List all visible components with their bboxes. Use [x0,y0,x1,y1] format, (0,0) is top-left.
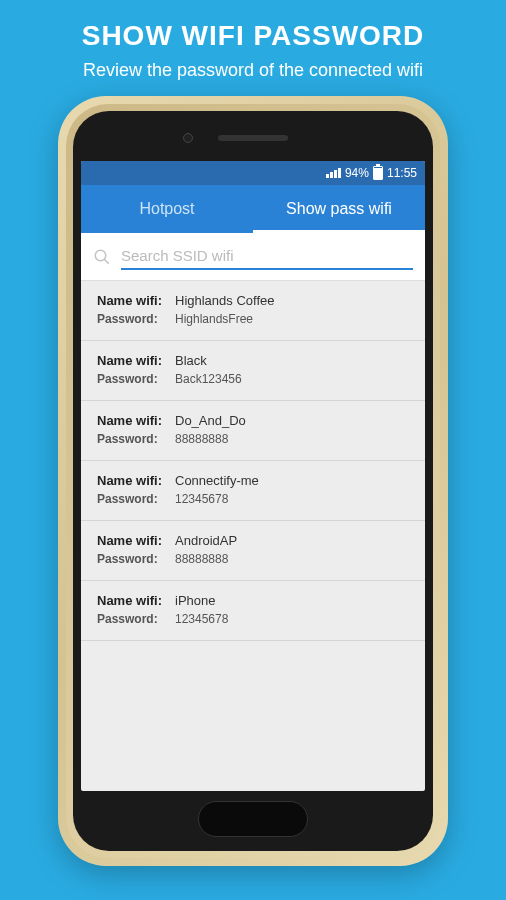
wifi-password: HighlandsFree [175,312,253,326]
password-label: Password: [97,372,175,386]
search-bar [81,233,425,281]
name-label: Name wifi: [97,533,175,548]
wifi-password: 12345678 [175,612,228,626]
tab-show-pass-label: Show pass wifi [286,200,392,218]
wifi-password: 88888888 [175,432,228,446]
phone-camera [183,133,193,143]
promo-title: SHOW WIFI PASSWORD [10,20,496,52]
phone-frame: 94% 11:55 Hotpost Show pass wifi [58,96,448,866]
wifi-name: Do_And_Do [175,413,246,428]
name-label: Name wifi: [97,353,175,368]
screen: 94% 11:55 Hotpost Show pass wifi [81,161,425,791]
promo-header: SHOW WIFI PASSWORD Review the password o… [0,0,506,96]
status-bar: 94% 11:55 [81,161,425,185]
tab-hotspot-label: Hotpost [139,200,194,218]
name-label: Name wifi: [97,293,175,308]
wifi-item[interactable]: Name wifi:Highlands CoffeePassword:Highl… [81,281,425,341]
signal-icon [326,168,341,178]
wifi-name: iPhone [175,593,215,608]
clock: 11:55 [387,166,417,180]
wifi-item[interactable]: Name wifi:Do_And_DoPassword:88888888 [81,401,425,461]
wifi-item[interactable]: Name wifi:AndroidAPPassword:88888888 [81,521,425,581]
wifi-name: AndroidAP [175,533,237,548]
wifi-item[interactable]: Name wifi:BlackPassword:Back123456 [81,341,425,401]
name-label: Name wifi: [97,473,175,488]
wifi-password: Back123456 [175,372,242,386]
battery-icon [373,166,383,180]
wifi-password: 88888888 [175,552,228,566]
wifi-list[interactable]: Name wifi:Highlands CoffeePassword:Highl… [81,281,425,641]
name-label: Name wifi: [97,593,175,608]
wifi-name: Black [175,353,207,368]
phone-speaker [218,135,288,141]
password-label: Password: [97,552,175,566]
password-label: Password: [97,612,175,626]
name-label: Name wifi: [97,413,175,428]
tab-bar: Hotpost Show pass wifi [81,185,425,233]
wifi-item[interactable]: Name wifi:iPhonePassword:12345678 [81,581,425,641]
search-input[interactable] [121,243,413,270]
password-label: Password: [97,432,175,446]
battery-percent: 94% [345,166,369,180]
svg-point-0 [95,250,106,261]
tab-show-pass[interactable]: Show pass wifi [253,185,425,233]
password-label: Password: [97,492,175,506]
promo-subtitle: Review the password of the connected wif… [10,60,496,81]
wifi-name: Highlands Coffee [175,293,275,308]
svg-line-1 [104,259,109,264]
wifi-name: Connectify-me [175,473,259,488]
wifi-item[interactable]: Name wifi:Connectify-mePassword:12345678 [81,461,425,521]
tab-hotspot[interactable]: Hotpost [81,185,253,233]
wifi-password: 12345678 [175,492,228,506]
password-label: Password: [97,312,175,326]
search-icon [93,248,111,266]
home-button[interactable] [198,801,308,837]
